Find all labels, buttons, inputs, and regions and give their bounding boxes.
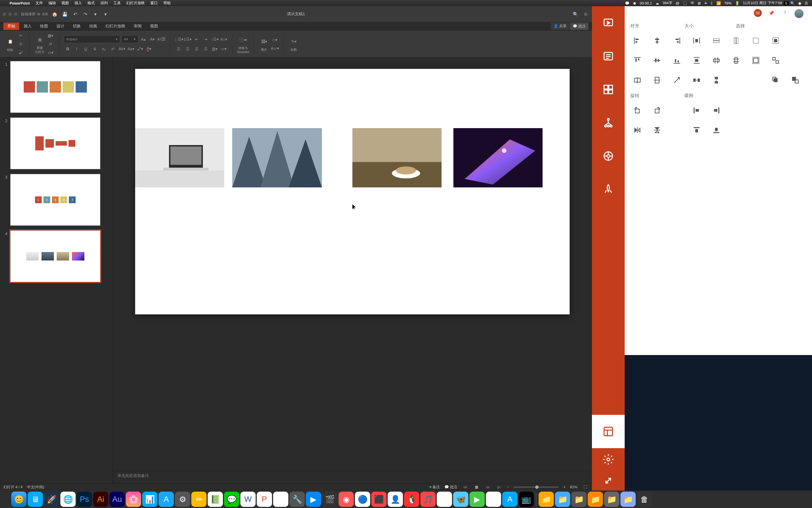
change-case-button[interactable]: Aa▾ bbox=[127, 45, 135, 53]
qa-dropdown-1[interactable]: ▾ bbox=[92, 11, 99, 17]
dock-wechat[interactable]: 💬 bbox=[224, 492, 239, 507]
tab-home[interactable]: 开始 bbox=[3, 23, 19, 30]
dock-app4[interactable]: 🔵 bbox=[355, 492, 370, 507]
menu-tools[interactable]: 工具 bbox=[110, 1, 124, 6]
rotate-left-tool[interactable] bbox=[630, 103, 644, 117]
strikethrough-button[interactable]: S̶ bbox=[91, 45, 99, 53]
cut-button[interactable]: ✂ bbox=[17, 32, 25, 40]
voice-icon[interactable]: ⦀⦀ bbox=[754, 9, 762, 17]
snap-left-tool[interactable] bbox=[689, 103, 704, 117]
tab-animations[interactable]: 动画 bbox=[85, 23, 101, 30]
zoom-button[interactable] bbox=[14, 12, 17, 16]
home-button[interactable]: 🏠 bbox=[51, 11, 58, 17]
align-right-button[interactable]: ☰ bbox=[193, 45, 200, 53]
font-select[interactable]: Impact ▾ bbox=[64, 35, 120, 43]
align-right-tool[interactable] bbox=[670, 34, 684, 48]
dock-folder1[interactable]: 📁 bbox=[539, 492, 554, 507]
fit-width-tool[interactable] bbox=[709, 53, 723, 68]
menu-window[interactable]: 窗口 bbox=[147, 1, 161, 6]
menu-format[interactable]: 格式 bbox=[85, 1, 98, 6]
side-tab-play[interactable] bbox=[592, 6, 625, 40]
status-timer[interactable]: 00:00.1 bbox=[638, 1, 654, 5]
numbering-button[interactable]: 1☰▾ bbox=[184, 35, 191, 43]
flip-h-tool[interactable] bbox=[630, 123, 644, 137]
distribute-v-tool[interactable] bbox=[689, 53, 704, 68]
dock-settings[interactable]: ⚙ bbox=[175, 492, 190, 507]
status-wordcount[interactable]: 384字 bbox=[661, 1, 674, 6]
help-icon[interactable]: ? bbox=[781, 9, 789, 17]
dock-photoshop[interactable]: Ps bbox=[77, 492, 92, 507]
increase-indent-button[interactable]: ⇥ bbox=[202, 35, 210, 43]
clear-format-button[interactable]: A⌫ bbox=[157, 35, 165, 43]
share-button[interactable]: 👤 共享 bbox=[551, 23, 569, 30]
thumbnail-4[interactable] bbox=[10, 230, 100, 282]
status-notifications-icon[interactable]: ☰ bbox=[803, 1, 810, 5]
bring-front-tool[interactable] bbox=[769, 73, 783, 87]
dock-illustrator[interactable]: Ai bbox=[93, 492, 108, 507]
dock-app10[interactable]: ▶ bbox=[469, 492, 485, 507]
avatar[interactable] bbox=[795, 9, 804, 18]
diagonal-tool[interactable] bbox=[670, 73, 684, 87]
align-center-h-tool[interactable] bbox=[650, 34, 664, 48]
comments-toggle[interactable]: 💬 批注 bbox=[444, 484, 457, 490]
dock-folder6[interactable]: 📁 bbox=[621, 492, 636, 507]
menu-slideshow[interactable]: 幻灯片放映 bbox=[124, 1, 147, 6]
tab-transitions[interactable]: 切换 bbox=[69, 23, 85, 30]
zoom-percent[interactable]: 81% bbox=[570, 485, 577, 489]
slide-counter[interactable]: 幻灯片 4 / 4 bbox=[3, 484, 22, 490]
new-slide-button[interactable]: ▦ bbox=[34, 34, 45, 45]
dock-folder5[interactable]: 📁 bbox=[604, 492, 619, 507]
status-grid-icon[interactable]: ⊞ bbox=[696, 1, 703, 5]
smiley-button[interactable]: ☺ bbox=[582, 11, 589, 17]
dock-powerpoint[interactable]: P bbox=[257, 492, 272, 507]
dock-baidu[interactable]: ☁ bbox=[273, 492, 288, 507]
dock-word[interactable]: W bbox=[240, 492, 256, 507]
underline-button[interactable]: U bbox=[82, 45, 90, 53]
dock-appstore[interactable]: A bbox=[159, 492, 174, 507]
dock-audition[interactable]: Au bbox=[109, 492, 125, 507]
autosave-toggle[interactable]: 自动保存 关闭 bbox=[21, 11, 48, 17]
menu-edit[interactable]: 编辑 bbox=[46, 1, 59, 6]
dock-app2[interactable]: ▶ bbox=[306, 492, 321, 507]
side-tab-settings[interactable] bbox=[592, 448, 625, 471]
copy-button[interactable]: ⎘ bbox=[17, 40, 25, 48]
close-button[interactable] bbox=[3, 12, 6, 16]
decrease-font-button[interactable]: A▾ bbox=[148, 35, 156, 43]
search-button[interactable]: 🔍 bbox=[572, 11, 579, 17]
app-name[interactable]: PowerPoint bbox=[7, 1, 33, 5]
columns-button[interactable]: ▥▾ bbox=[211, 45, 219, 53]
dock-app8[interactable]: ▲ bbox=[437, 492, 452, 507]
status-search-icon[interactable]: 🔍 bbox=[788, 1, 797, 5]
dock-app9[interactable]: 🦋 bbox=[453, 492, 468, 507]
align-slide-h-tool[interactable] bbox=[630, 73, 644, 87]
side-tab-layout[interactable] bbox=[592, 415, 625, 448]
flip-v-tool[interactable] bbox=[650, 123, 664, 137]
equal-height-tool[interactable] bbox=[729, 34, 743, 48]
notes-toggle[interactable]: ≡ 备注 bbox=[430, 484, 440, 490]
minimize-button[interactable] bbox=[8, 12, 12, 16]
drawing-button[interactable]: ✎▾ bbox=[288, 36, 299, 47]
snap-bottom-tool[interactable] bbox=[709, 123, 723, 137]
paste-button[interactable]: 📋 bbox=[4, 36, 16, 47]
status-battery[interactable]: 79% bbox=[723, 1, 733, 5]
select-similar-tool[interactable] bbox=[769, 53, 783, 68]
undo-button[interactable]: ↶ bbox=[72, 11, 79, 17]
status-ime[interactable]: 中 bbox=[689, 1, 696, 6]
char-spacing-button[interactable]: AV▾ bbox=[118, 45, 126, 53]
thumbnail-2[interactable] bbox=[10, 117, 100, 169]
status-bluetooth-icon[interactable]: ᛒ bbox=[709, 1, 715, 5]
distribute-h-tool[interactable] bbox=[689, 34, 704, 48]
tab-design[interactable]: 设计 bbox=[52, 23, 68, 30]
zoom-out-button[interactable]: − bbox=[507, 485, 509, 489]
select-all-tool[interactable] bbox=[769, 34, 783, 48]
zoom-in-button[interactable]: + bbox=[563, 485, 566, 489]
dock-launchpad[interactable]: 🚀 bbox=[44, 492, 59, 507]
textbox-button[interactable]: A▭▾ bbox=[271, 44, 279, 52]
line-spacing-button[interactable]: ↕☰▾ bbox=[211, 35, 219, 43]
status-at-icon[interactable]: @ bbox=[674, 1, 681, 5]
pin-icon[interactable]: 📌 bbox=[767, 9, 775, 17]
align-left-tool[interactable] bbox=[630, 34, 644, 48]
tab-slideshow[interactable]: 幻灯片放映 bbox=[101, 23, 129, 30]
slide-image-1[interactable] bbox=[135, 128, 224, 187]
text-direction-button[interactable]: A↕▾ bbox=[220, 35, 228, 43]
